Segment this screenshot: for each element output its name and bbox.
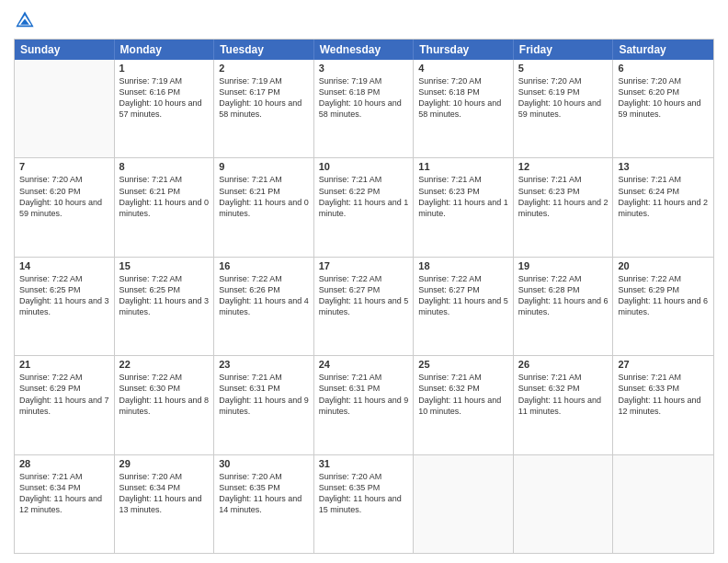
day-number: 29 — [119, 458, 210, 469]
cell-info: Sunrise: 7:19 AM Sunset: 6:17 PM Dayligh… — [219, 75, 309, 121]
calendar-header-cell: Sunday — [15, 40, 115, 60]
day-number: 18 — [418, 260, 508, 271]
calendar-cell: 13Sunrise: 7:21 AM Sunset: 6:24 PM Dayli… — [613, 158, 713, 256]
calendar-cell: 1Sunrise: 7:19 AM Sunset: 6:16 PM Daylig… — [115, 60, 215, 157]
header — [14, 9, 714, 31]
day-number: 14 — [19, 260, 109, 271]
calendar-cell — [15, 60, 115, 157]
day-number: 13 — [618, 161, 709, 172]
cell-info: Sunrise: 7:20 AM Sunset: 6:20 PM Dayligh… — [19, 174, 109, 219]
calendar-header-cell: Wednesday — [314, 40, 415, 60]
cell-info: Sunrise: 7:22 AM Sunset: 6:25 PM Dayligh… — [119, 273, 210, 318]
calendar-week: 21Sunrise: 7:22 AM Sunset: 6:29 PM Dayli… — [15, 355, 713, 454]
day-number: 20 — [618, 260, 709, 271]
day-number: 7 — [19, 161, 109, 172]
day-number: 22 — [119, 359, 210, 370]
calendar-header-cell: Tuesday — [214, 40, 314, 60]
day-number: 30 — [219, 458, 309, 469]
day-number: 4 — [418, 63, 508, 74]
day-number: 31 — [319, 458, 409, 469]
cell-info: Sunrise: 7:22 AM Sunset: 6:25 PM Dayligh… — [19, 273, 109, 318]
calendar-cell: 20Sunrise: 7:22 AM Sunset: 6:29 PM Dayli… — [613, 258, 713, 355]
calendar-cell: 17Sunrise: 7:22 AM Sunset: 6:27 PM Dayli… — [314, 258, 415, 355]
calendar-cell: 10Sunrise: 7:21 AM Sunset: 6:22 PM Dayli… — [314, 158, 415, 256]
day-number: 15 — [119, 260, 210, 271]
calendar-cell: 26Sunrise: 7:21 AM Sunset: 6:32 PM Dayli… — [514, 356, 614, 454]
logo-icon — [14, 9, 36, 31]
calendar-cell: 3Sunrise: 7:19 AM Sunset: 6:18 PM Daylig… — [314, 60, 415, 157]
day-number: 17 — [319, 260, 409, 271]
day-number: 5 — [518, 63, 609, 74]
calendar-cell: 5Sunrise: 7:20 AM Sunset: 6:19 PM Daylig… — [514, 60, 614, 157]
calendar-cell: 12Sunrise: 7:21 AM Sunset: 6:23 PM Dayli… — [514, 158, 614, 256]
cell-info: Sunrise: 7:20 AM Sunset: 6:19 PM Dayligh… — [518, 75, 609, 121]
day-number: 6 — [618, 63, 709, 74]
calendar-header-cell: Saturday — [613, 40, 713, 60]
calendar-cell: 18Sunrise: 7:22 AM Sunset: 6:27 PM Dayli… — [414, 258, 514, 355]
calendar-cell: 19Sunrise: 7:22 AM Sunset: 6:28 PM Dayli… — [514, 258, 614, 355]
day-number: 11 — [418, 161, 508, 172]
calendar-cell: 21Sunrise: 7:22 AM Sunset: 6:29 PM Dayli… — [15, 356, 115, 454]
calendar-body: 1Sunrise: 7:19 AM Sunset: 6:16 PM Daylig… — [15, 60, 713, 553]
cell-info: Sunrise: 7:22 AM Sunset: 6:29 PM Dayligh… — [19, 372, 109, 417]
day-number: 9 — [219, 161, 309, 172]
calendar-cell: 23Sunrise: 7:21 AM Sunset: 6:31 PM Dayli… — [214, 356, 314, 454]
day-number: 25 — [418, 359, 508, 370]
cell-info: Sunrise: 7:21 AM Sunset: 6:23 PM Dayligh… — [518, 174, 609, 219]
day-number: 1 — [119, 63, 210, 74]
day-number: 3 — [319, 63, 409, 74]
calendar-cell — [414, 455, 514, 553]
cell-info: Sunrise: 7:21 AM Sunset: 6:32 PM Dayligh… — [418, 372, 508, 417]
calendar-cell: 27Sunrise: 7:21 AM Sunset: 6:33 PM Dayli… — [613, 356, 713, 454]
cell-info: Sunrise: 7:20 AM Sunset: 6:34 PM Dayligh… — [119, 471, 210, 516]
day-number: 8 — [119, 161, 210, 172]
cell-info: Sunrise: 7:21 AM Sunset: 6:31 PM Dayligh… — [319, 372, 409, 417]
cell-info: Sunrise: 7:22 AM Sunset: 6:27 PM Dayligh… — [319, 273, 409, 318]
cell-info: Sunrise: 7:21 AM Sunset: 6:34 PM Dayligh… — [19, 471, 109, 516]
calendar-cell: 9Sunrise: 7:21 AM Sunset: 6:21 PM Daylig… — [214, 158, 314, 256]
day-number: 26 — [518, 359, 609, 370]
cell-info: Sunrise: 7:21 AM Sunset: 6:22 PM Dayligh… — [319, 174, 409, 219]
calendar-cell: 22Sunrise: 7:22 AM Sunset: 6:30 PM Dayli… — [115, 356, 215, 454]
cell-info: Sunrise: 7:19 AM Sunset: 6:18 PM Dayligh… — [319, 75, 409, 121]
page: SundayMondayTuesdayWednesdayThursdayFrid… — [0, 0, 728, 563]
calendar-cell: 30Sunrise: 7:20 AM Sunset: 6:35 PM Dayli… — [214, 455, 314, 553]
calendar-header-cell: Monday — [115, 40, 215, 60]
cell-info: Sunrise: 7:20 AM Sunset: 6:35 PM Dayligh… — [219, 471, 309, 516]
calendar-cell: 29Sunrise: 7:20 AM Sunset: 6:34 PM Dayli… — [115, 455, 215, 553]
cell-info: Sunrise: 7:22 AM Sunset: 6:26 PM Dayligh… — [219, 273, 309, 318]
cell-info: Sunrise: 7:22 AM Sunset: 6:29 PM Dayligh… — [618, 273, 709, 318]
cell-info: Sunrise: 7:19 AM Sunset: 6:16 PM Dayligh… — [119, 75, 210, 121]
calendar-cell: 8Sunrise: 7:21 AM Sunset: 6:21 PM Daylig… — [115, 158, 215, 256]
day-number: 28 — [19, 458, 109, 469]
day-number: 21 — [19, 359, 109, 370]
calendar-header: SundayMondayTuesdayWednesdayThursdayFrid… — [15, 40, 713, 60]
calendar-cell: 4Sunrise: 7:20 AM Sunset: 6:18 PM Daylig… — [414, 60, 514, 157]
day-number: 19 — [518, 260, 609, 271]
day-number: 2 — [219, 63, 309, 74]
day-number: 10 — [319, 161, 409, 172]
calendar-header-cell: Thursday — [414, 40, 514, 60]
calendar-cell: 11Sunrise: 7:21 AM Sunset: 6:23 PM Dayli… — [414, 158, 514, 256]
calendar-week: 1Sunrise: 7:19 AM Sunset: 6:16 PM Daylig… — [15, 60, 713, 157]
cell-info: Sunrise: 7:21 AM Sunset: 6:33 PM Dayligh… — [618, 372, 709, 417]
cell-info: Sunrise: 7:21 AM Sunset: 6:24 PM Dayligh… — [618, 174, 709, 219]
day-number: 12 — [518, 161, 609, 172]
calendar-cell: 6Sunrise: 7:20 AM Sunset: 6:20 PM Daylig… — [613, 60, 713, 157]
calendar-cell — [613, 455, 713, 553]
calendar-cell: 25Sunrise: 7:21 AM Sunset: 6:32 PM Dayli… — [414, 356, 514, 454]
logo — [14, 9, 40, 31]
calendar-cell: 24Sunrise: 7:21 AM Sunset: 6:31 PM Dayli… — [314, 356, 415, 454]
calendar-week: 28Sunrise: 7:21 AM Sunset: 6:34 PM Dayli… — [15, 454, 713, 553]
calendar-header-cell: Friday — [514, 40, 614, 60]
calendar-cell: 15Sunrise: 7:22 AM Sunset: 6:25 PM Dayli… — [115, 258, 215, 355]
calendar-cell: 28Sunrise: 7:21 AM Sunset: 6:34 PM Dayli… — [15, 455, 115, 553]
cell-info: Sunrise: 7:20 AM Sunset: 6:20 PM Dayligh… — [618, 75, 709, 121]
cell-info: Sunrise: 7:20 AM Sunset: 6:18 PM Dayligh… — [418, 75, 508, 121]
cell-info: Sunrise: 7:21 AM Sunset: 6:31 PM Dayligh… — [219, 372, 309, 417]
cell-info: Sunrise: 7:21 AM Sunset: 6:23 PM Dayligh… — [418, 174, 508, 219]
calendar-week: 7Sunrise: 7:20 AM Sunset: 6:20 PM Daylig… — [15, 157, 713, 256]
cell-info: Sunrise: 7:22 AM Sunset: 6:27 PM Dayligh… — [418, 273, 508, 318]
cell-info: Sunrise: 7:20 AM Sunset: 6:35 PM Dayligh… — [319, 471, 409, 516]
day-number: 27 — [618, 359, 709, 370]
